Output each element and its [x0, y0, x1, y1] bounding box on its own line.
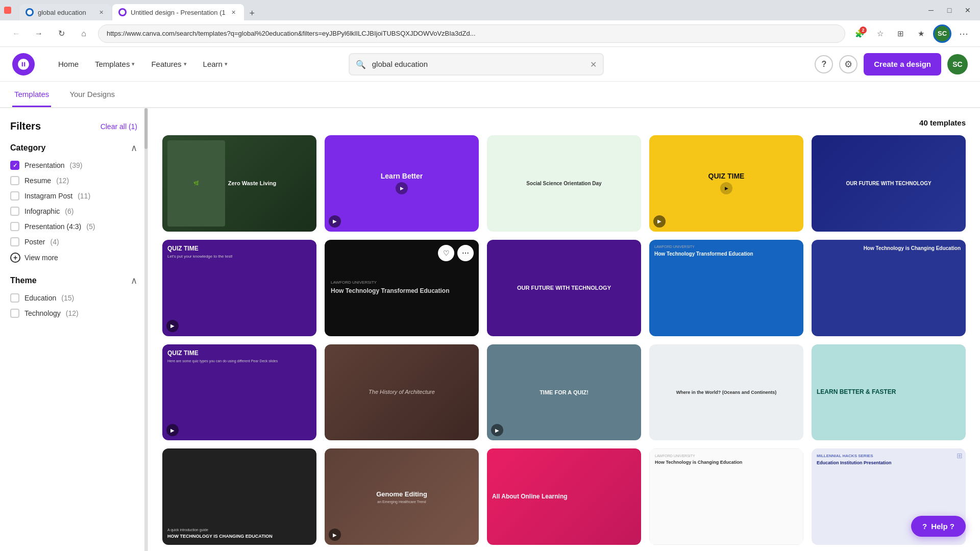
card-overlay-7: ♡ ⋯ — [325, 240, 479, 336]
address-bar: ← → ↻ ⌂ 🧩 2 ☆ ⊞ ★ SC ⋯ — [0, 20, 980, 47]
search-clear-icon[interactable]: ✕ — [590, 59, 597, 69]
template-card-12[interactable]: The History of Architecture — [325, 344, 479, 441]
nav-features[interactable]: Features ▾ — [144, 56, 193, 72]
browser-tab-2[interactable]: Untitled design - Presentation (1 ✕ — [112, 4, 244, 20]
template-card-3[interactable]: Social Science Orientation Day — [487, 135, 641, 232]
template-card-7[interactable]: LAWFORD UNIVERSITY How Technology Transf… — [325, 240, 479, 336]
template-card-9[interactable]: LAWFORD UNIVERSITY How Technology Transf… — [649, 240, 803, 336]
nav-right: ? ⚙ Create a design SC — [815, 53, 968, 76]
template-card-5[interactable]: OUR FUTURE WITH TECHNOLOGY — [812, 135, 966, 232]
filter-resume[interactable]: Resume (12) — [10, 176, 137, 185]
tab-favicon-1 — [26, 8, 34, 16]
template-card-8[interactable]: OUR FUTURE WITH TECHNOLOGY — [487, 240, 641, 336]
help-button[interactable]: ? — [815, 55, 833, 73]
instagram-checkbox[interactable] — [10, 191, 19, 201]
refresh-button[interactable]: ↻ — [53, 26, 69, 42]
poster-label: Poster — [24, 238, 45, 246]
resume-checkbox[interactable] — [10, 176, 19, 185]
template-card-17[interactable]: Genome Editing an Emerging Healthcare Tr… — [325, 448, 479, 545]
settings-button[interactable]: ⚙ — [839, 55, 857, 73]
browser-actions: 🧩 2 ☆ ⊞ ★ SC ⋯ — [851, 24, 972, 43]
close-button[interactable]: ✕ — [960, 2, 976, 18]
more-button-7[interactable]: ⋯ — [457, 245, 474, 261]
user-avatar[interactable]: SC — [947, 54, 968, 74]
more-options-button[interactable]: ⋯ — [955, 26, 972, 42]
filters-title: Filters — [10, 120, 41, 132]
template-card-18[interactable]: All About Online Learning — [487, 448, 641, 545]
address-input[interactable] — [98, 24, 845, 43]
scroll-thumb — [144, 108, 148, 149]
template-card-10[interactable]: How Technology is Changing Education — [812, 240, 966, 336]
presentation-checkbox[interactable] — [10, 161, 19, 170]
profile-button[interactable]: SC — [933, 24, 951, 43]
template-card-4[interactable]: QUIZ TIME ▶ ▶ — [649, 135, 803, 232]
search-bar: 🔍 ✕ — [349, 53, 604, 76]
presentation-count: (39) — [70, 161, 83, 169]
nav-learn[interactable]: Learn ▾ — [196, 56, 235, 72]
browser-tab-1[interactable]: global education ✕ — [19, 4, 111, 20]
create-design-button[interactable]: Create a design — [864, 53, 941, 76]
theme-toggle-icon: ∧ — [131, 275, 137, 286]
tab-bar: global education ✕ Untitled design - Pre… — [19, 0, 921, 20]
template-card-15[interactable]: LEARN BETTER & FASTER — [812, 344, 966, 441]
template-card-11[interactable]: QUIZ TIME Here are some quiz types you c… — [162, 344, 316, 441]
filter-instagram[interactable]: Instagram Post (11) — [10, 191, 137, 201]
filter-presentation[interactable]: Presentation (39) — [10, 161, 137, 170]
infographic-checkbox[interactable] — [10, 207, 19, 216]
filter-technology[interactable]: Technology (12) — [10, 309, 137, 318]
education-checkbox[interactable] — [10, 293, 19, 303]
template-card-2[interactable]: Learn Better ▶ ▶ — [325, 135, 479, 232]
presentation43-checkbox[interactable] — [10, 222, 19, 231]
template-card-19[interactable]: LAWFORD UNIVERSITY How Technology is Cha… — [649, 448, 803, 545]
view-more-button[interactable]: + View more — [10, 253, 137, 263]
filter-education[interactable]: Education (15) — [10, 293, 137, 303]
template-card-6[interactable]: QUIZ TIME Let's put your knowledge to th… — [162, 240, 316, 336]
main-nav: Home Templates ▾ Features ▾ Learn ▾ 🔍 — [0, 47, 980, 82]
help-float-button[interactable]: ? Help ? — [911, 516, 966, 537]
poster-count: (4) — [50, 238, 59, 246]
filter-infographic[interactable]: Infographic (6) — [10, 207, 137, 216]
template-card-13[interactable]: TIME FOR A QUIZ! ▶ — [487, 344, 641, 441]
technology-checkbox[interactable] — [10, 309, 19, 318]
bookmark-star-button[interactable]: ☆ — [872, 26, 888, 42]
svg-point-0 — [27, 10, 32, 15]
play-badge-17: ▶ — [329, 529, 341, 541]
nav-home[interactable]: Home — [51, 56, 86, 72]
search-input[interactable] — [349, 53, 604, 76]
main-content: Filters Clear all (1) Category ∧ Present… — [0, 108, 980, 551]
minimize-button[interactable]: ─ — [923, 2, 939, 18]
back-button[interactable]: ← — [8, 26, 24, 42]
infographic-count: (6) — [65, 207, 74, 215]
collections-button[interactable]: ⊞ — [892, 26, 909, 42]
filter-poster[interactable]: Poster (4) — [10, 237, 137, 246]
forward-button[interactable]: → — [31, 26, 47, 42]
tab-close-1[interactable]: ✕ — [97, 8, 105, 16]
template-card-14[interactable]: Where in the World? (Oceans and Continen… — [649, 344, 803, 441]
canva-logo[interactable] — [12, 53, 35, 76]
maximize-button[interactable]: □ — [941, 2, 958, 18]
clear-all-button[interactable]: Clear all (1) — [101, 122, 137, 131]
filter-presentation-43[interactable]: Presentation (4:3) (5) — [10, 222, 137, 231]
heart-button-7[interactable]: ♡ — [438, 245, 454, 261]
template-card-1[interactable]: 🌿 Zero Waste Living — [162, 135, 316, 232]
svg-point-1 — [120, 10, 125, 15]
scroll-indicator — [144, 108, 148, 551]
nav-links: Home Templates ▾ Features ▾ Learn ▾ — [51, 56, 235, 72]
tab-templates[interactable]: Templates — [12, 90, 51, 107]
tab-your-designs[interactable]: Your Designs — [67, 90, 117, 107]
presentation43-label: Presentation (4:3) — [24, 222, 81, 231]
favorites-button[interactable]: ★ — [913, 26, 929, 42]
education-label: Education — [24, 294, 56, 302]
tab-close-2[interactable]: ✕ — [230, 8, 238, 16]
template-card-16[interactable]: A quick introduction guide HOW TECHNOLOG… — [162, 448, 316, 545]
poster-checkbox[interactable] — [10, 237, 19, 246]
presentation-label: Presentation — [24, 161, 65, 169]
category-section-header[interactable]: Category ∧ — [10, 142, 137, 154]
nav-templates[interactable]: Templates ▾ — [88, 56, 142, 72]
close-window-btn[interactable] — [4, 7, 11, 14]
theme-section-header[interactable]: Theme ∧ — [10, 275, 137, 286]
extensions-button[interactable]: 🧩 2 — [851, 26, 868, 42]
new-tab-button[interactable]: + — [245, 6, 259, 20]
home-button[interactable]: ⌂ — [76, 26, 92, 42]
sidebar: Filters Clear all (1) Category ∧ Present… — [0, 108, 148, 551]
